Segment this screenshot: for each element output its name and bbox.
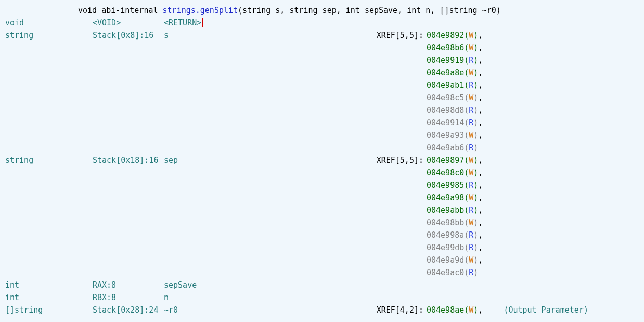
xref-address[interactable]: 004e998a — [427, 230, 464, 240]
type-cell[interactable]: string — [5, 154, 93, 166]
xref-cell[interactable]: 004e98c5(W), — [427, 92, 483, 104]
xref-continuation-row[interactable]: 004e9ac0(R) — [5, 266, 644, 279]
paren-open: ( — [464, 181, 469, 190]
xref-address[interactable]: 004e9a93 — [427, 131, 464, 140]
empty-cell — [93, 166, 164, 179]
name-cell[interactable]: n — [164, 291, 375, 304]
sig-func-name[interactable]: strings.genSplit — [163, 4, 238, 17]
xref-address[interactable]: 004e9919 — [427, 56, 464, 65]
xref-address[interactable]: 004e9a9d — [427, 255, 464, 265]
listing-row[interactable]: intRBX:8n — [5, 291, 644, 304]
xref-cell[interactable]: 004e9985(R), — [427, 179, 483, 191]
name-cell[interactable]: ~r0 — [164, 304, 375, 316]
xref-continuation-row[interactable]: 004e9a98(W), — [5, 191, 644, 204]
xref-continuation-row[interactable]: 004e99db(R), — [5, 241, 644, 254]
type-cell[interactable]: string — [5, 29, 93, 42]
xref-address[interactable]: 004e98ae — [427, 305, 464, 315]
xref-address[interactable]: 004e98d8 — [427, 106, 464, 115]
xref-continuation-row[interactable]: 004e9a8e(W), — [5, 67, 644, 79]
xref-continuation-row[interactable]: 004e98c0(W), — [5, 166, 644, 179]
xref-address[interactable]: 004e9a8e — [427, 68, 464, 78]
xref-continuation-row[interactable]: 004e9a9d(W), — [5, 254, 644, 266]
listing-row[interactable]: []stringStack[0x28]:24~r0XREF[4,2]:004e9… — [5, 304, 644, 316]
name-cell[interactable]: s — [164, 29, 375, 42]
xref-cell[interactable]: 004e9897(W), — [427, 154, 483, 166]
xref-continuation-row[interactable]: 004e9abb(R), — [5, 204, 644, 216]
paren-close: ) — [473, 218, 478, 227]
type-cell[interactable]: int — [5, 279, 93, 291]
empty-cell — [5, 241, 93, 254]
paren-close: ) — [473, 143, 478, 152]
xref-address[interactable]: 004e99db — [427, 243, 464, 252]
xref-cell[interactable]: 004e9a8e(W), — [427, 67, 483, 79]
xref-continuation-row[interactable]: 004e9919(R), — [5, 54, 644, 67]
type-cell[interactable]: []string — [5, 304, 93, 316]
xref-continuation-row[interactable]: 004e9985(R), — [5, 179, 644, 191]
xref-address[interactable]: 004e98c0 — [427, 168, 464, 177]
xref-address[interactable]: 004e9ab6 — [427, 143, 464, 152]
xref-cell[interactable]: 004e99db(R), — [427, 241, 483, 254]
xref-continuation-row[interactable]: 004e998a(R), — [5, 229, 644, 241]
location-cell[interactable]: Stack[0x8]:16 — [93, 29, 164, 42]
xref-continuation-row[interactable]: 004e98b6(W), — [5, 42, 644, 54]
xref-address[interactable]: 004e9ac0 — [427, 268, 464, 277]
xref-address[interactable]: 004e9892 — [427, 31, 464, 40]
xref-cell[interactable]: 004e9919(R), — [427, 54, 483, 67]
name-cell[interactable]: <RETURN> — [164, 17, 375, 29]
function-signature[interactable]: void abi-internal strings.genSplit ( str… — [5, 4, 644, 17]
location-cell[interactable]: <VOID> — [93, 17, 164, 29]
xref-address[interactable]: 004e98c5 — [427, 93, 464, 102]
xref-cell[interactable]: 004e9abb(R), — [427, 204, 483, 216]
xref-cell[interactable]: 004e998a(R), — [427, 229, 483, 241]
xref-cell[interactable]: 004e9a93(W), — [427, 129, 483, 141]
listing-row[interactable]: intRAX:8sepSave — [5, 279, 644, 291]
xref-separator: , — [478, 218, 483, 227]
xref-address[interactable]: 004e98b6 — [427, 43, 464, 53]
location-cell[interactable]: RAX:8 — [93, 279, 164, 291]
name-cell[interactable]: sepSave — [164, 279, 375, 291]
xref-continuation-row[interactable]: 004e9914(R), — [5, 117, 644, 129]
xref-cell[interactable]: 004e98ae(W), — [427, 304, 483, 316]
xref-address[interactable]: 004e98bb — [427, 218, 464, 227]
xref-cell[interactable]: 004e9914(R), — [427, 117, 483, 129]
paren-open: ( — [464, 305, 469, 315]
name-cell[interactable]: sep — [164, 154, 375, 166]
xref-address[interactable]: 004e9914 — [427, 118, 464, 127]
xref-continuation-row[interactable]: 004e9ab6(R) — [5, 141, 644, 154]
xref-cell[interactable]: 004e9a9d(W), — [427, 254, 483, 266]
type-cell[interactable]: void — [5, 17, 93, 29]
disassembly-listing[interactable]: void abi-internal strings.genSplit ( str… — [0, 0, 644, 316]
xref-read-icon: R — [469, 81, 473, 90]
xref-continuation-row[interactable]: 004e98c5(W), — [5, 92, 644, 104]
empty-cell — [93, 241, 164, 254]
listing-row[interactable]: stringStack[0x8]:16sXREF[5,5]:004e9892(W… — [5, 29, 644, 42]
xref-address[interactable]: 004e9ab1 — [427, 81, 464, 90]
xref-continuation-row[interactable]: 004e9ab1(R), — [5, 79, 644, 92]
xref-cell[interactable]: 004e98c0(W), — [427, 166, 483, 179]
empty-cell — [164, 54, 375, 67]
xref-cell[interactable]: 004e9ab1(R), — [427, 79, 483, 92]
listing-row[interactable]: stringStack[0x18]:16sepXREF[5,5]:004e989… — [5, 154, 644, 166]
location-cell[interactable]: RBX:8 — [93, 291, 164, 304]
location-cell[interactable]: Stack[0x28]:24 — [93, 304, 164, 316]
xref-continuation-row[interactable]: 004e98bb(W), — [5, 216, 644, 229]
xref-address[interactable]: 004e9897 — [427, 156, 464, 165]
xref-separator: , — [478, 230, 483, 240]
xref-continuation-row[interactable]: 004e9a93(W), — [5, 129, 644, 141]
xref-cell[interactable]: 004e9892(W), — [427, 29, 483, 42]
type-cell[interactable]: int — [5, 291, 93, 304]
xref-cell[interactable]: 004e9a98(W), — [427, 191, 483, 204]
xref-cell[interactable]: 004e98bb(W), — [427, 216, 483, 229]
xref-cell[interactable]: 004e9ac0(R) — [427, 266, 478, 279]
empty-cell — [164, 266, 375, 279]
xref-cell[interactable]: 004e98b6(W), — [427, 42, 483, 54]
listing-row[interactable]: void<VOID><RETURN> — [5, 17, 644, 29]
xref-continuation-row[interactable]: 004e98d8(R), — [5, 104, 644, 117]
empty-cell — [375, 241, 427, 254]
xref-address[interactable]: 004e9a98 — [427, 193, 464, 202]
xref-cell[interactable]: 004e98d8(R), — [427, 104, 483, 117]
xref-address[interactable]: 004e9985 — [427, 181, 464, 190]
xref-cell[interactable]: 004e9ab6(R) — [427, 141, 478, 154]
location-cell[interactable]: Stack[0x18]:16 — [93, 154, 164, 166]
xref-address[interactable]: 004e9abb — [427, 205, 464, 215]
